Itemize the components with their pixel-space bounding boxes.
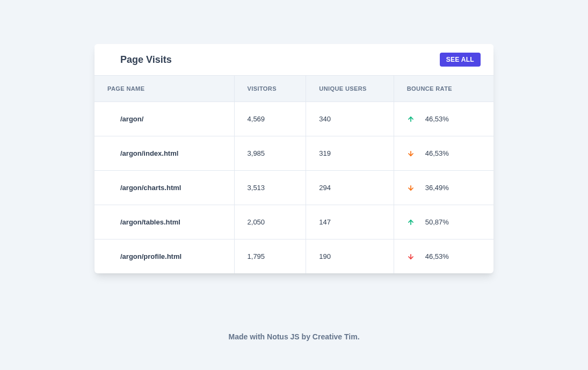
table-row: /argon/4,56934046,53% (95, 102, 493, 136)
bounce-value: 36,49% (425, 184, 449, 192)
arrow-up-icon (407, 219, 415, 226)
cell-bounce-rate: 36,49% (394, 171, 493, 205)
card-header: Page Visits See all (95, 44, 493, 75)
col-visitors: Visitors (234, 76, 306, 102)
see-all-button[interactable]: See all (440, 53, 481, 67)
cell-bounce-rate: 50,87% (394, 205, 493, 240)
cell-unique-users: 147 (306, 205, 394, 240)
cell-visitors: 3,513 (234, 171, 306, 205)
table-row: /argon/tables.html2,05014750,87% (95, 205, 493, 240)
page-visits-card: Page Visits See all Page name Visitors U… (95, 44, 493, 273)
arrow-down-icon (407, 150, 415, 157)
cell-page-name: /argon/charts.html (95, 171, 234, 205)
bounce-value: 46,53% (425, 149, 449, 157)
table-row: /argon/charts.html3,51329436,49% (95, 171, 493, 205)
cell-visitors: 3,985 (234, 136, 306, 171)
cell-page-name: /argon/tables.html (95, 205, 234, 240)
cell-bounce-rate: 46,53% (394, 102, 493, 136)
cell-unique-users: 190 (306, 240, 394, 274)
col-unique-users: Unique users (306, 76, 394, 102)
table-row: /argon/index.html3,98531946,53% (95, 136, 493, 171)
cell-visitors: 2,050 (234, 205, 306, 240)
footer-link-creative-tim[interactable]: Creative Tim (313, 332, 358, 341)
cell-page-name: /argon/profile.html (95, 240, 234, 274)
cell-page-name: /argon/ (95, 102, 234, 136)
bounce-value: 46,53% (425, 115, 449, 123)
table-header-row: Page name Visitors Unique users Bounce r… (95, 76, 493, 102)
col-page-name: Page name (95, 76, 234, 102)
arrow-down-icon (407, 184, 415, 192)
bounce-value: 46,53% (425, 252, 449, 260)
arrow-up-icon (407, 115, 415, 123)
footer-link-notus[interactable]: Notus JS (267, 332, 300, 341)
cell-bounce-rate: 46,53% (394, 136, 493, 171)
cell-unique-users: 340 (306, 102, 394, 136)
arrow-down-icon (407, 253, 415, 260)
cell-bounce-rate: 46,53% (394, 240, 493, 274)
card-title: Page Visits (120, 54, 172, 66)
bounce-value: 50,87% (425, 218, 449, 226)
page-visits-table: Page name Visitors Unique users Bounce r… (95, 75, 493, 273)
footer-credit: Made with Notus JS by Creative Tim. (95, 332, 493, 341)
cell-visitors: 1,795 (234, 240, 306, 274)
col-bounce-rate: Bounce rate (394, 76, 493, 102)
cell-unique-users: 319 (306, 136, 394, 171)
cell-unique-users: 294 (306, 171, 394, 205)
table-row: /argon/profile.html1,79519046,53% (95, 240, 493, 274)
cell-visitors: 4,569 (234, 102, 306, 136)
cell-page-name: /argon/index.html (95, 136, 234, 171)
